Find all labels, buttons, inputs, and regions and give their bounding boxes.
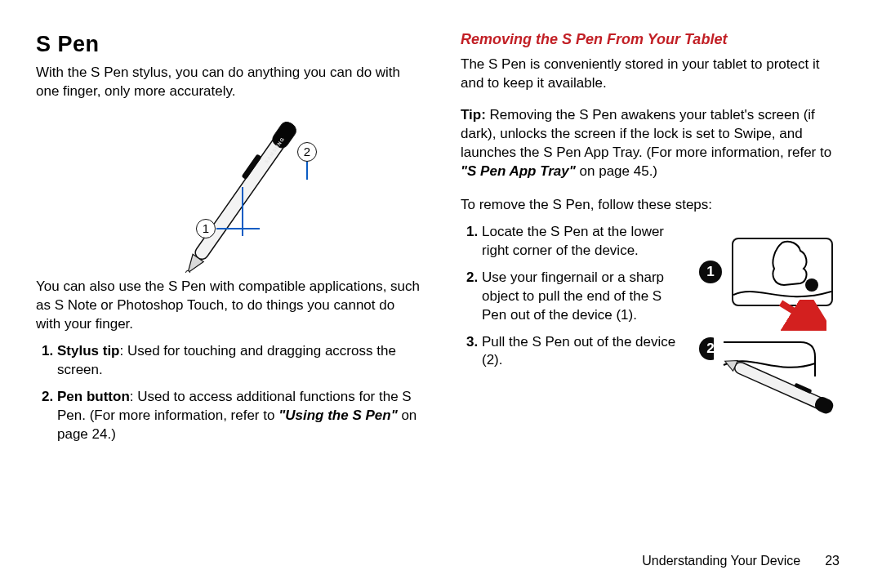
device-illustration-2: [714, 331, 844, 429]
remove-pen-figure: 1: [699, 223, 846, 452]
steps-list: Locate the S Pen at the lower right corn…: [461, 223, 683, 371]
list-item: Use your fingernail or a sharp object to…: [482, 269, 683, 325]
intro-paragraph: With the S Pen stylus, you can do anythi…: [36, 64, 421, 101]
subheading: Removing the S Pen From Your Tablet: [461, 29, 846, 49]
tip-text-lead: Removing the S Pen awakens your tablet's…: [461, 107, 831, 160]
page-title: S Pen: [36, 29, 421, 59]
tip-label: Tip:: [461, 107, 486, 122]
pen-out-icon: [714, 331, 844, 429]
arrow-down-right-icon: [777, 300, 826, 332]
hand-pen-icon: [733, 239, 831, 305]
feature-label: Stylus tip: [57, 343, 120, 359]
list-item: Pen button: Used to access additional fu…: [57, 388, 421, 444]
page-footer: Understanding Your Device23: [642, 554, 840, 568]
feature-label: Pen button: [57, 389, 130, 404]
cross-ref: "S Pen App Tray": [461, 163, 576, 179]
leader-line: [216, 228, 260, 229]
list-item: Locate the S Pen at the lower right corn…: [482, 223, 683, 261]
tip-text-tail: on page 45.): [576, 163, 657, 179]
leader-line: [306, 162, 308, 180]
footer-page-number: 23: [825, 554, 840, 568]
s-pen-illustration-icon: SAMSUNG: [114, 109, 343, 273]
left-column: S Pen With the S Pen stylus, you can do …: [36, 29, 421, 564]
list-item: Stylus tip: Used for touching and draggi…: [57, 342, 421, 380]
step-badge-1: 1: [699, 261, 722, 283]
cross-ref: "Using the S Pen": [278, 408, 398, 423]
feature-list: Stylus tip: Used for touching and draggi…: [36, 342, 421, 444]
svg-point-6: [805, 278, 818, 292]
s-pen-figure: SAMSUNG 1 2: [114, 109, 343, 273]
steps-intro: To remove the S Pen, follow these steps:: [461, 196, 846, 215]
compat-paragraph: You can also use the S Pen with compatib…: [36, 278, 421, 334]
footer-section: Understanding Your Device: [642, 554, 800, 568]
right-column: Removing the S Pen From Your Tablet The …: [461, 29, 846, 564]
tip-paragraph: Tip: Removing the S Pen awakens your tab…: [461, 106, 846, 181]
list-item: Pull the S Pen out of the device (2).: [482, 333, 683, 371]
right-intro: The S Pen is conveniently stored in your…: [461, 56, 846, 93]
device-illustration-1: [732, 238, 833, 306]
